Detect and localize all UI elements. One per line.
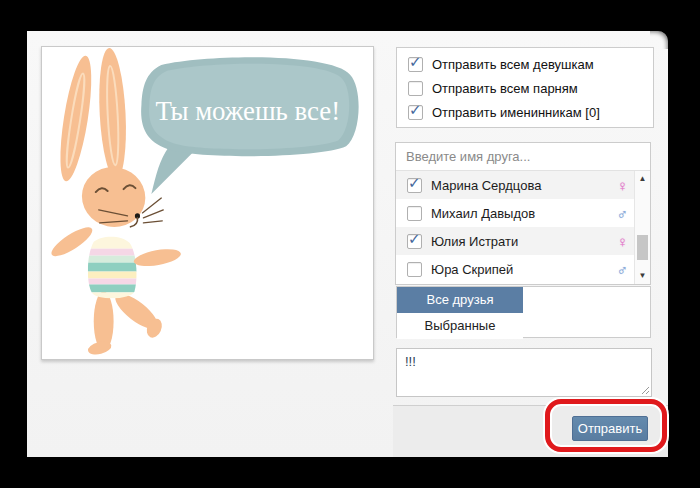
friend-row[interactable]: Юра Скрипей ♂ [396,255,634,283]
speech-bubble: Ты можешь все! [141,57,359,194]
friend-row[interactable]: Марина Сердцова ♀ [396,171,634,199]
rabbit-legs [87,288,165,357]
send-options-panel: Отправить всем девушкам Отправить всем п… [396,47,654,128]
option-label: Отправить именинникам [0] [432,105,600,120]
postcard-text: Ты можешь все! [155,96,340,126]
tab-all-friends[interactable]: Все друзья [397,287,523,313]
friend-name: Юра Скрипей [431,262,513,277]
male-icon: ♂ [617,206,628,221]
friend-list-scrollbar[interactable]: ▲ ▼ [634,171,650,284]
female-icon: ♀ [617,234,628,249]
friend-row[interactable]: Михаил Давыдов ♂ [396,199,634,227]
scroll-down-icon[interactable]: ▼ [635,270,650,282]
option-label: Отправить всем девушкам [432,57,594,72]
postcard-preview: Ты можешь все! [41,46,374,360]
friend-name: Михаил Давыдов [431,206,535,221]
tab-selected[interactable]: Выбранные [397,313,523,339]
friend-checkbox[interactable] [407,234,422,249]
textarea-resize-handle[interactable] [641,386,650,395]
female-icon: ♀ [617,178,628,193]
option-checkbox[interactable] [408,81,423,96]
friend-picker-panel: Марина Сердцова ♀ Михаил Давыдов ♂ Юлия … [395,142,651,285]
rabbit-ears [54,47,129,183]
friend-checkbox[interactable] [407,178,422,193]
scrollbar-thumb[interactable] [637,235,648,260]
friend-name: Марина Сердцова [431,178,541,193]
friend-checkbox[interactable] [407,206,422,221]
friend-list: Марина Сердцова ♀ Михаил Давыдов ♂ Юлия … [396,171,634,284]
scroll-up-icon[interactable]: ▲ [635,173,650,185]
option-row: Отправить всем девушкам [397,52,653,76]
rabbit-head [76,161,163,233]
postcard-illustration: Ты можешь все! [42,47,371,357]
option-checkbox[interactable] [408,57,423,72]
dialog-footer: Отправить [393,405,668,457]
friend-row[interactable]: Юлия Истрати ♀ [396,227,634,255]
friend-search-input[interactable] [396,143,650,171]
option-row: Отправить всем парням [397,76,653,100]
option-label: Отправить всем парням [432,81,578,96]
screenshot-root: Ты можешь все! Отправить всем девушкам О… [0,0,700,488]
app-window: Ты можешь все! Отправить всем девушкам О… [27,31,668,457]
message-textarea[interactable]: !!! [396,348,652,397]
friend-filter-tabs: Все друзья Выбранные [396,286,651,338]
friend-name: Юлия Истрати [431,234,518,249]
rabbit-sweater [82,234,144,305]
male-icon: ♂ [617,262,628,277]
option-row: Отправить именинникам [0] [397,100,653,124]
send-button[interactable]: Отправить [572,416,648,441]
option-checkbox[interactable] [408,105,423,120]
friend-checkbox[interactable] [407,262,422,277]
